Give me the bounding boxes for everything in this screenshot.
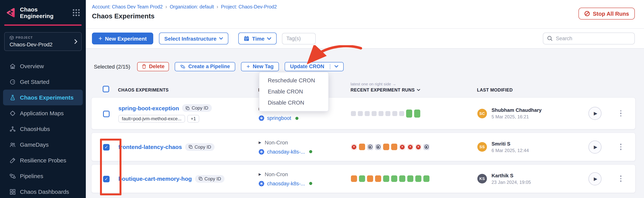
sidebar-item-label: Application Maps	[20, 110, 64, 116]
search-input[interactable]	[556, 36, 630, 41]
run-status-success[interactable]	[423, 176, 430, 182]
row-checkbox[interactable]: ✓	[103, 110, 110, 117]
expand-play-icon[interactable]: ▶	[258, 140, 261, 144]
run-status-success[interactable]	[391, 176, 397, 182]
run-status-running[interactable]	[391, 144, 397, 150]
row-menu-icon[interactable]	[618, 109, 623, 118]
run-status-success[interactable]	[415, 176, 422, 182]
breadcrumb-organization-link[interactable]: Organization: default	[170, 4, 214, 10]
sidebar-item-gamedays[interactable]: GameDays	[0, 137, 86, 152]
run-status-running[interactable]	[367, 176, 373, 182]
run-status-running[interactable]	[375, 176, 381, 182]
run-experiment-button[interactable]: ▶	[588, 140, 602, 154]
run-status-success[interactable]	[359, 176, 365, 182]
avatar: SS	[477, 142, 487, 152]
sidebar-item-chaoshubs[interactable]: ChaosHubs	[0, 121, 86, 137]
run-status-no-run[interactable]	[372, 111, 376, 116]
run-experiment-button[interactable]: ▶	[588, 107, 602, 120]
experiment-name-link[interactable]: boutique-cart-memory-hog	[118, 176, 192, 182]
experiment-name-link[interactable]: spring-boot-exception	[118, 105, 179, 111]
update-cron-split-button[interactable]: Update CRON	[285, 62, 344, 71]
runs-order-note: latest one on right side →	[350, 82, 477, 86]
run-status-success-latest[interactable]	[414, 109, 420, 118]
expand-play-icon[interactable]: ▶	[258, 172, 261, 176]
run-status-running[interactable]	[383, 144, 389, 150]
experiment-name-link[interactable]: frontend-latency-chaos	[118, 144, 182, 150]
more-tags-badge[interactable]: +1	[187, 115, 200, 122]
copy-id-button[interactable]: Copy ID	[195, 175, 224, 182]
breadcrumb-account-link[interactable]: Account: Chaos Dev Team Prod2	[92, 4, 163, 10]
dashboard-icon	[9, 188, 16, 195]
new-experiment-button[interactable]: + New Experiment	[92, 32, 153, 44]
run-experiment-button[interactable]: ▶	[588, 172, 602, 185]
sidebar-item-label: Chaos Dashboards	[20, 188, 69, 195]
run-status-no-run[interactable]	[351, 111, 356, 116]
menu-item-reschedule-cron[interactable]: Reschedule CRON	[259, 75, 328, 86]
avatar: KS	[477, 174, 487, 184]
run-status-stopped[interactable]	[367, 144, 373, 150]
row-checkbox[interactable]: ✓	[103, 176, 110, 182]
run-status-no-run[interactable]	[399, 111, 404, 116]
create-pipeline-button[interactable]: Create a Pipeline	[175, 62, 236, 71]
run-status-failed[interactable]: ✕	[415, 144, 422, 150]
run-status-stopped[interactable]	[375, 144, 381, 150]
run-status-failed[interactable]: ✕	[399, 144, 405, 150]
copy-id-label: Copy ID	[192, 105, 208, 111]
column-header-recent-runs[interactable]: RECENT EXPERIMENT RUNS	[350, 88, 477, 92]
sidebar-item-overview[interactable]: Overview	[0, 58, 86, 74]
play-icon: ▶	[594, 176, 597, 181]
run-status-running[interactable]	[351, 176, 357, 182]
column-header-experiments: CHAOS EXPERIMENTS	[118, 88, 258, 92]
run-status-no-run[interactable]	[392, 111, 397, 116]
run-status-failed[interactable]: ✕	[407, 144, 413, 150]
run-status-no-run[interactable]	[358, 111, 363, 116]
copy-id-button[interactable]: Copy ID	[182, 104, 212, 112]
infrastructure-link[interactable]: chaosday-k8s-...	[267, 149, 305, 154]
run-status-stopped[interactable]	[423, 144, 430, 150]
sidebar-item-resilience-probes[interactable]: Resilience Probes	[0, 152, 86, 168]
delete-button[interactable]: Delete	[137, 62, 169, 71]
time-filter-dropdown[interactable]: Time	[238, 32, 277, 44]
run-status-no-run[interactable]	[386, 111, 390, 116]
infrastructure-link[interactable]: chaosday-k8s-...	[267, 180, 305, 186]
row-menu-icon[interactable]	[618, 174, 623, 184]
sidebar-item-get-started[interactable]: Get Started	[0, 74, 86, 90]
menu-item-disable-cron[interactable]: Disable CRON	[259, 97, 328, 108]
search-box	[543, 32, 635, 44]
run-status-success[interactable]	[399, 176, 405, 182]
run-status-no-run[interactable]	[365, 111, 370, 116]
calendar-icon	[244, 36, 250, 41]
module-picker-icon[interactable]	[72, 8, 80, 17]
select-infrastructure-dropdown[interactable]: Select Infrastructure	[159, 32, 228, 44]
copy-id-button[interactable]: Copy ID	[185, 143, 215, 151]
run-status-failed[interactable]: ✕	[351, 144, 357, 150]
experiment-tag[interactable]: fault=pod-jvm-method-exce...	[118, 115, 185, 122]
chevron-down-icon	[219, 37, 223, 40]
run-status-no-run[interactable]	[378, 111, 384, 116]
project-label: PROJECT	[16, 36, 33, 40]
run-status-success[interactable]	[407, 176, 413, 182]
row-menu-icon[interactable]	[618, 142, 623, 152]
sidebar-item-chaos-experiments[interactable]: Chaos Experiments	[3, 90, 83, 105]
tags-filter-input[interactable]	[282, 33, 316, 44]
new-tag-button[interactable]: + New Tag	[241, 62, 279, 71]
stop-all-runs-button[interactable]: Stop All Runs	[579, 8, 635, 20]
modified-by-name: Smriti S	[492, 141, 529, 146]
sidebar-item-label: Pipelines	[20, 173, 43, 179]
select-all-checkbox[interactable]: ✓	[103, 86, 109, 92]
sidebar-item-application-maps[interactable]: Application Maps	[0, 105, 86, 121]
run-status-success-latest[interactable]	[406, 109, 412, 118]
sidebar-item-chaos-dashboards[interactable]: Chaos Dashboards	[0, 184, 86, 198]
run-status-running[interactable]	[359, 144, 365, 150]
sidebar-item-pipelines[interactable]: Pipelines	[0, 168, 86, 184]
column-header-last-modified: LAST MODIFIED	[477, 88, 588, 92]
update-cron-menu: Reschedule CRON Enable CRON Disable CRON	[259, 72, 329, 112]
run-status-success[interactable]	[383, 176, 389, 182]
project-selector[interactable]: PROJECT Chaos-Dev-Prod2	[4, 32, 82, 51]
menu-item-enable-cron[interactable]: Enable CRON	[259, 86, 328, 97]
new-experiment-label: New Experiment	[105, 36, 147, 42]
row-checkbox[interactable]: ✓	[103, 144, 110, 150]
breadcrumb-project-link[interactable]: Project: Chaos-Dev-Prod2	[221, 4, 277, 10]
infrastructure-link[interactable]: springboot	[267, 115, 291, 121]
schedule-type-label: Non-Cron	[265, 171, 288, 177]
